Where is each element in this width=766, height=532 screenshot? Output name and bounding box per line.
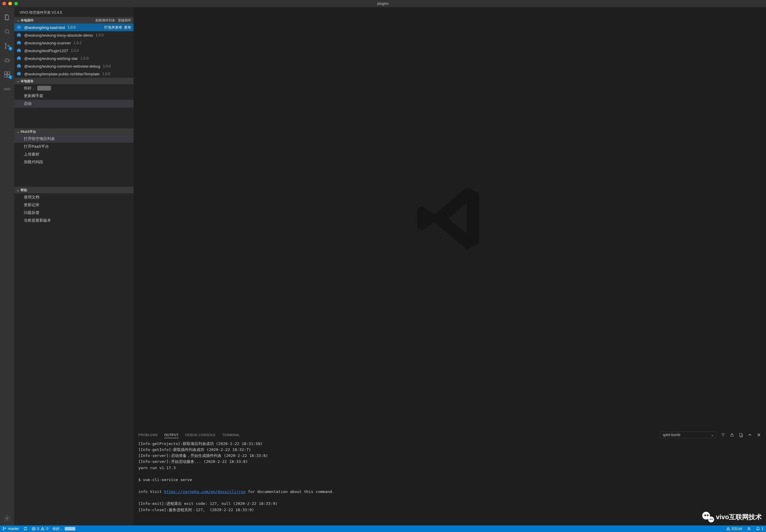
plugin-name: @wukong/wukong-wishing-star — [24, 56, 78, 61]
clear-output-icon[interactable] — [739, 433, 743, 437]
plugin-version: 1.0.0 — [102, 72, 110, 76]
zoom-window-icon[interactable] — [14, 2, 18, 5]
status-feedback[interactable] — [747, 527, 751, 531]
paas-list: 打开悟空项目列表打开PaaS平台上传素材加载代码段 — [14, 135, 133, 166]
plugin-row[interactable]: @wukong/testPlugin12071.0.0 — [14, 47, 133, 55]
plugin-version: 1.0.0 — [96, 33, 104, 37]
lock-scroll-icon[interactable] — [730, 433, 734, 437]
output-link[interactable]: https://yarnpkg.com/en/docs/cli/run — [164, 489, 245, 494]
plugin-name: @wukong/wukong-scanner — [24, 41, 71, 45]
pack-publish-action[interactable]: 打包并发布 — [104, 25, 122, 30]
sidebar-item[interactable]: 启动 — [14, 100, 133, 108]
section-header-help[interactable]: ⌄ 帮助 — [14, 187, 133, 193]
explorer-icon[interactable] — [0, 10, 14, 24]
svg-point-4 — [6, 59, 9, 62]
extensions-badge: 5 — [8, 75, 13, 79]
output-channel-label: spirit-bomb — [663, 433, 680, 437]
output-line: [Info-getProjects]:获取项目列表成功 (2020-2-22 1… — [138, 441, 761, 447]
plugin-version: 1.0.0 — [103, 64, 111, 68]
create-plugin-action[interactable]: 新建插件 — [118, 18, 131, 23]
svg-point-13 — [3, 529, 4, 530]
settings-gear-icon[interactable] — [0, 511, 14, 525]
output-line: [Info-server]:开始启动服务... (2020-2-22 18:33… — [138, 459, 761, 465]
plugin-row[interactable]: @wukong/wukong-scanner1.0.2 — [14, 39, 133, 47]
filter-icon[interactable] — [721, 433, 725, 437]
masked-text — [37, 86, 51, 91]
tab-debug-console[interactable]: DEBUG CONSOLE — [185, 433, 215, 437]
sidebar-item-label: 使用文档 — [24, 195, 39, 200]
status-greeting[interactable]: 你好， — [52, 526, 75, 531]
status-eslint[interactable]: ESLint — [726, 527, 742, 531]
refresh-plugins-action[interactable]: 刷新插件列表 — [95, 18, 115, 23]
plugin-row[interactable]: @wukong/img-load-test1.0.0打包并发布发布 — [14, 24, 133, 31]
tab-problems[interactable]: PROBLEMS — [138, 433, 158, 437]
sidebar-item[interactable]: 使用文档 — [14, 193, 133, 201]
sidebar-item-label: 更新脚手架 — [24, 93, 43, 99]
plugin-row[interactable]: @wukong/wukong-lossy-absolute-demo1.0.0 — [14, 31, 133, 39]
output-line — [138, 471, 761, 477]
output-body[interactable]: [Info-getProjects]:获取项目列表成功 (2020-2-22 1… — [133, 440, 766, 525]
plugin-name: @wukong/testPlugin1207 — [24, 49, 68, 53]
bottom-panel: PROBLEMS OUTPUT DEBUG CONSOLE TERMINAL s… — [133, 430, 766, 525]
close-panel-icon[interactable] — [756, 433, 761, 437]
plugins-list: @wukong/img-load-test1.0.0打包并发布发布@wukong… — [14, 24, 133, 78]
publish-action[interactable]: 发布 — [124, 25, 131, 30]
greeting-label: 你好， — [52, 526, 63, 531]
plugin-version: 1.0.2 — [74, 41, 82, 45]
svg-point-14 — [5, 528, 6, 529]
tab-output[interactable]: OUTPUT — [164, 433, 178, 438]
plugin-name: @wukong/wukong-common-webview-debug — [24, 64, 100, 69]
section-header-paas[interactable]: ⌄ PAAS平台 — [14, 128, 133, 135]
source-control-icon[interactable]: 4 — [0, 39, 14, 53]
editor-area: PROBLEMS OUTPUT DEBUG CONSOLE TERMINAL s… — [133, 7, 766, 525]
status-sync[interactable] — [23, 527, 27, 531]
maximize-panel-icon[interactable] — [748, 433, 752, 437]
output-line: [Info-exit]:进程退出 exit code: 127, null (2… — [138, 501, 761, 507]
chevron-down-icon: ⌄ — [17, 79, 19, 83]
chevron-down-icon: ⌄ — [17, 130, 19, 134]
sidebar-item-label: 上传素材 — [24, 152, 39, 157]
svg-rect-6 — [4, 75, 7, 77]
sidebar-item[interactable]: 更新记录 — [14, 201, 133, 209]
minimize-window-icon[interactable] — [8, 2, 12, 5]
output-line: [Info-getInfo]:获取插件列表成功 (2020-2-22 18:32… — [138, 447, 761, 453]
sidebar-item[interactable]: 当前是最新版本 — [14, 217, 133, 224]
section-header-local-services[interactable]: ⌄ 本地服务 — [14, 78, 133, 84]
close-window-icon[interactable] — [2, 2, 6, 5]
output-line: yarn run v1.17.3 — [138, 465, 761, 471]
main-area: 4 5 vivo VIVO 悟空插件开发 V2.4.5 ⌄ 本地插件 刷新插件列… — [0, 7, 766, 525]
tab-terminal[interactable]: TERMINAL — [222, 433, 240, 437]
sidebar-item-label: 加载代码段 — [24, 159, 43, 165]
sidebar-item[interactable]: 上传素材 — [14, 150, 133, 158]
status-problems[interactable]: 0 0 — [32, 527, 48, 531]
plugin-row[interactable]: @wukong/wukong-common-webview-debug1.0.0 — [14, 62, 133, 70]
sidebar: VIVO 悟空插件开发 V2.4.5 ⌄ 本地插件 刷新插件列表 新建插件 @w… — [14, 7, 133, 525]
plugin-row[interactable]: @wukong/wukong-wishing-star1.0.0 — [14, 55, 133, 62]
status-branch[interactable]: master — [2, 527, 19, 531]
plugin-version: 1.0.0 — [71, 49, 79, 53]
sidebar-item-label: 你好， — [24, 85, 35, 91]
sidebar-item[interactable]: 加载代码段 — [14, 158, 133, 166]
svg-point-1 — [5, 43, 6, 44]
sidebar-item-label: 问题反馈 — [24, 210, 39, 215]
vivo-plugin-icon[interactable]: vivo — [0, 82, 14, 96]
output-line: [Info-close]:服务进程关闭：127, (2020-2-22 18:3… — [138, 507, 761, 513]
output-line: info Visit https://yarnpkg.com/en/docs/c… — [138, 489, 761, 495]
output-channel-select[interactable]: spirit-bomb ⌄ — [660, 432, 717, 438]
sidebar-item[interactable]: 更新脚手架 — [14, 92, 133, 100]
search-icon[interactable] — [0, 24, 14, 39]
section-title: 本地服务 — [21, 79, 34, 83]
extensions-icon[interactable]: 5 — [0, 67, 14, 82]
status-notifications[interactable]: 1 — [756, 527, 764, 531]
plugin-row[interactable]: @wukong/template-public-richManTemplate1… — [14, 70, 133, 78]
sidebar-item[interactable]: 问题反馈 — [14, 209, 133, 217]
section-title: 帮助 — [21, 188, 27, 192]
sidebar-item[interactable]: 打开悟空项目列表 — [14, 135, 133, 143]
sidebar-item[interactable]: 打开PaaS平台 — [14, 143, 133, 150]
chevron-down-icon: ⌄ — [711, 433, 714, 437]
sidebar-item-label: 打开PaaS平台 — [24, 144, 49, 149]
section-header-local-plugins[interactable]: ⌄ 本地插件 刷新插件列表 新建插件 — [14, 17, 133, 24]
debug-icon[interactable] — [0, 53, 14, 67]
panel-tabs: PROBLEMS OUTPUT DEBUG CONSOLE TERMINAL s… — [133, 430, 766, 440]
sidebar-item[interactable]: 你好， — [14, 84, 133, 92]
